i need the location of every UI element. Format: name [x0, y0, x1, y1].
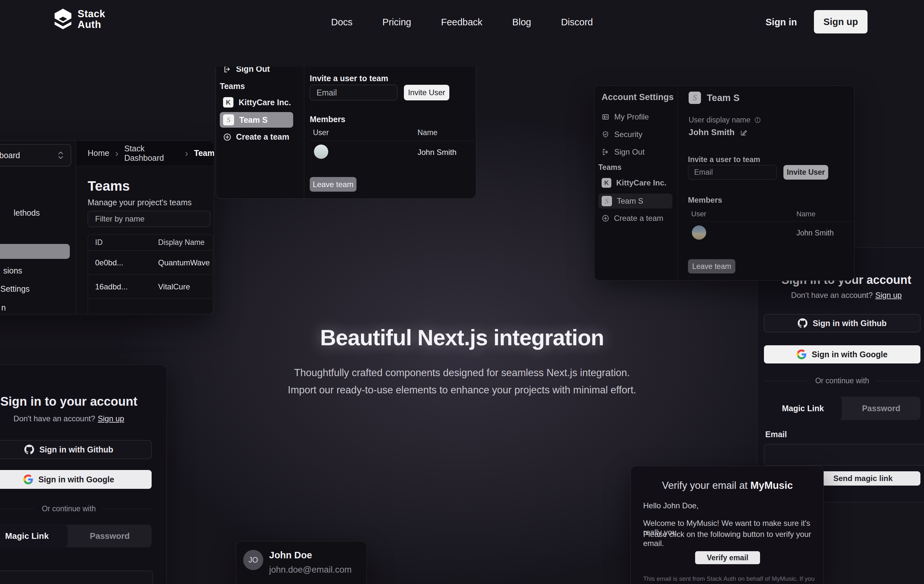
nav-link-blog[interactable]: Blog — [512, 17, 531, 28]
project-selector-dropdown[interactable]: k Dashboard — [0, 144, 71, 166]
table-row[interactable]: 16adbd... VitalCure — [88, 275, 213, 299]
filter-by-name-input[interactable] — [87, 211, 210, 227]
invite-user-label: Invite User — [787, 168, 825, 177]
sidebar-item-selected[interactable] — [0, 244, 70, 259]
breadcrumb-bar: Home › Stack Dashboard › Team — [76, 141, 214, 166]
display-name-value: John Smith — [689, 127, 735, 137]
sidebar-item-settings[interactable]: Settings — [0, 284, 30, 294]
shield-icon — [602, 131, 609, 138]
tab-magic-link[interactable]: Magic Link — [764, 397, 842, 420]
google-signin-button[interactable]: Sign in with Google — [0, 470, 152, 489]
nav-link-docs[interactable]: Docs — [331, 17, 353, 28]
invite-user-label: Invite User — [408, 88, 446, 97]
teams-page-subtitle: Manage your project's teams — [87, 198, 191, 207]
nav-link-feedback[interactable]: Feedback — [441, 17, 482, 28]
teams-table-col-id: ID — [88, 238, 158, 247]
tab-password[interactable]: Password — [842, 397, 921, 420]
account-settings-card: Account Settings My Profile Security — [594, 85, 855, 281]
breadcrumb-home[interactable]: Home — [87, 149, 109, 158]
team-s-badge: S — [223, 114, 234, 126]
teams-section-label: Teams — [220, 81, 245, 91]
sign-in-link[interactable]: Sign in — [766, 17, 797, 28]
sign-up-label: Sign up — [823, 17, 858, 27]
breadcrumb-stack-dashboard[interactable]: Stack Dashboard — [124, 144, 179, 163]
sidebar-item-create-team[interactable]: Create a team — [602, 214, 663, 223]
divider-line — [103, 509, 152, 509]
plus-circle-icon — [223, 133, 231, 141]
google-icon — [797, 349, 807, 359]
sidebar-item-kittycare[interactable]: K KittyCare Inc. — [223, 97, 291, 108]
display-name-label: User display name — [689, 116, 750, 124]
navbar: Stack Auth Docs Pricing Feedback Blog Di… — [0, 0, 924, 45]
signin-left-signup-link[interactable]: Sign up — [98, 414, 124, 423]
sidebar-item-partial[interactable]: n — [1, 303, 6, 313]
signin-right-signup-link[interactable]: Sign up — [875, 291, 902, 300]
leave-team-label: Leave team — [692, 262, 731, 271]
my-profile-label: My Profile — [614, 112, 649, 121]
table-row-clipped[interactable] — [88, 299, 213, 314]
github-signin-button[interactable]: Sign in with Github — [764, 314, 921, 332]
team-s-badge: S — [602, 196, 612, 206]
invite-email-input[interactable] — [688, 165, 777, 180]
member-avatar — [692, 225, 706, 240]
leave-team-label: Leave team — [313, 180, 353, 189]
logo-text-line1: Stack — [78, 8, 105, 19]
sidebar-item-partial-label: n — [1, 303, 6, 312]
google-signin-button[interactable]: Sign in with Google — [764, 345, 921, 364]
sidebar-divider — [76, 141, 76, 314]
nav-link-discord[interactable]: Discord — [561, 17, 593, 28]
google-signin-label: Sign in with Google — [812, 350, 887, 359]
sidebar-item-security[interactable]: Security — [602, 130, 642, 139]
signin-right-prompt: Don't have an account? — [791, 291, 873, 300]
sidebar-item-methods-label: lethods — [14, 208, 40, 217]
sign-out-icon — [223, 66, 231, 73]
sidebar-item-sign-out[interactable]: Sign Out — [223, 66, 270, 74]
team-id: 16adbd... — [88, 282, 158, 291]
email-input[interactable] — [0, 571, 153, 584]
member-name: John Smith — [417, 148, 457, 157]
sidebar-item-my-profile[interactable]: My Profile — [602, 112, 649, 121]
leave-team-button[interactable]: Leave team — [310, 177, 356, 192]
teams-page-title: Teams — [87, 178, 130, 194]
tab-magic-link[interactable]: Magic Link — [0, 524, 68, 547]
sidebar-item-team-s-selected[interactable]: S Team S — [220, 112, 293, 127]
sidebar-item-team-s-selected[interactable]: S Team S — [598, 194, 672, 208]
team-title: Team S — [707, 93, 739, 103]
invite-email-input[interactable] — [310, 85, 398, 100]
table-row[interactable]: 0e0bd... QuantumWave — [88, 251, 213, 275]
invite-user-button[interactable]: Invite User — [404, 85, 449, 100]
github-icon — [24, 445, 34, 454]
send-magic-link-label: Send magic link — [833, 474, 893, 483]
email-input[interactable] — [764, 444, 924, 465]
verify-email-card: Verify your email at MyMusic Hello John … — [630, 466, 824, 584]
or-continue-with: Or continue with — [815, 376, 869, 385]
verify-email-button[interactable]: Verify email — [695, 551, 760, 564]
members-col-name: Name — [796, 210, 815, 218]
team-kittycare-badge: K — [223, 97, 233, 108]
team-kittycare-label: KittyCare Inc. — [616, 178, 667, 187]
leave-team-button[interactable]: Leave team — [688, 259, 735, 273]
tab-password[interactable]: Password — [68, 524, 152, 547]
signin-left-prompt: Don't have an account? — [14, 414, 95, 423]
team-panel-card: Sign Out Teams K KittyCare Inc. S Team S — [216, 66, 476, 199]
account-settings-title: Account Settings — [602, 92, 674, 102]
sign-up-button[interactable]: Sign up — [814, 10, 868, 33]
sidebar-item-permissions[interactable]: sions — [3, 266, 22, 275]
sidebar-item-permissions-label: sions — [3, 266, 22, 275]
nav-link-pricing[interactable]: Pricing — [383, 17, 411, 28]
github-signin-label: Sign in with Github — [39, 445, 113, 454]
member-avatar — [314, 144, 328, 159]
github-signin-button[interactable]: Sign in with Github — [0, 440, 152, 459]
sidebar-item-create-team[interactable]: Create a team — [223, 132, 289, 142]
invite-user-button[interactable]: Invite User — [784, 165, 828, 180]
info-icon[interactable] — [754, 117, 761, 123]
edit-icon[interactable] — [740, 129, 748, 136]
create-team-label: Create a team — [614, 214, 663, 223]
sidebar-item-methods[interactable]: lethods — [14, 208, 40, 218]
sidebar-item-kittycare[interactable]: K KittyCare Inc. — [602, 178, 667, 188]
logo-text-line2: Auth — [78, 19, 105, 30]
sign-out-icon — [602, 148, 609, 156]
logo[interactable]: Stack Auth — [53, 8, 105, 31]
sidebar-item-sign-out[interactable]: Sign Out — [602, 147, 645, 157]
team-s-avatar: S — [689, 92, 701, 104]
